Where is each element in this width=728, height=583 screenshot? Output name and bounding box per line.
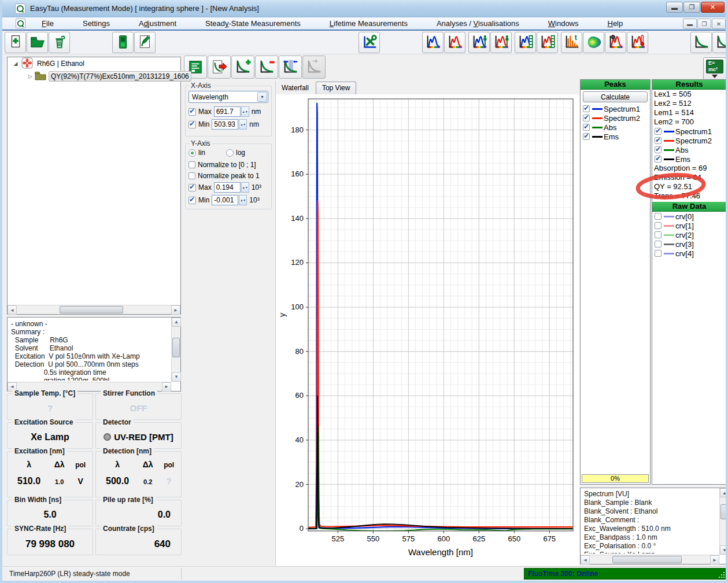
results-series-abs-checkbox[interactable] bbox=[655, 146, 662, 153]
spectrum-chart[interactable]: 5255505756006256506750204060801001201401… bbox=[276, 94, 579, 566]
expander-closed-icon[interactable]: ▷ bbox=[28, 73, 32, 79]
summary-vscroll-thumb[interactable] bbox=[172, 338, 180, 357]
peaks-series-spectrum2-checkbox[interactable] bbox=[583, 115, 590, 121]
scroll-right-icon[interactable]: ► bbox=[171, 305, 180, 315]
emission-spectrum-button[interactable] bbox=[444, 32, 465, 53]
x-min-input[interactable]: 503.93 bbox=[212, 119, 238, 130]
tree-root-label[interactable]: Rh6G | Ethanol bbox=[35, 59, 86, 68]
emission-kinetics-button[interactable] bbox=[537, 32, 558, 53]
summary-vscrollbar[interactable]: ▲ ▼ bbox=[171, 318, 180, 382]
open-file-button[interactable] bbox=[27, 32, 48, 53]
raw-curve-crv4-checkbox[interactable] bbox=[655, 250, 662, 257]
x-max-input[interactable]: 691.7 bbox=[214, 106, 241, 117]
mdi-restore-button[interactable]: ❐ bbox=[697, 19, 711, 29]
tcspc-histogram-button[interactable]: t bbox=[561, 32, 582, 53]
scroll-down-icon[interactable]: ▼ bbox=[720, 545, 728, 555]
scroll-right-icon[interactable]: ► bbox=[162, 382, 171, 392]
scroll-right-icon[interactable]: ► bbox=[710, 555, 719, 564]
export-curve-button[interactable] bbox=[208, 56, 231, 79]
mdi-close-button[interactable]: ✕ bbox=[712, 19, 726, 29]
y-min-checkbox[interactable] bbox=[189, 197, 196, 204]
chevron-down-icon[interactable]: ▼ bbox=[257, 92, 267, 102]
y-log-radio[interactable] bbox=[226, 149, 234, 157]
new-measurement-button[interactable] bbox=[5, 32, 26, 53]
y-min-input[interactable]: -0.001 bbox=[212, 195, 238, 205]
tab-top-view[interactable]: Top View bbox=[316, 82, 356, 94]
x-max-spinner[interactable]: ▲▼ bbox=[241, 106, 249, 117]
minimize-button[interactable]: ▬ bbox=[666, 2, 683, 13]
y-max-spinner[interactable]: ▲▼ bbox=[241, 182, 249, 193]
measurement-settings-button[interactable] bbox=[359, 32, 380, 53]
temperature-series-button[interactable] bbox=[627, 32, 648, 53]
equation-wizard-button[interactable]: E=mc² bbox=[703, 57, 726, 80]
pol-header: pol bbox=[160, 461, 178, 469]
raw-curve-crv0-checkbox[interactable] bbox=[655, 213, 662, 220]
zoom-range-button[interactable] bbox=[279, 56, 302, 79]
add-curve-button[interactable] bbox=[231, 56, 254, 79]
y-max-checkbox[interactable] bbox=[189, 184, 196, 191]
menu-item-help[interactable]: Help bbox=[600, 18, 631, 29]
info-hscroll-thumb[interactable] bbox=[612, 556, 682, 563]
tree-root-row[interactable]: ◢ Rh6G | Ethanol bbox=[8, 57, 180, 70]
raw-curve-crv2-checkbox[interactable] bbox=[655, 231, 662, 238]
calculate-button[interactable]: Calculate bbox=[583, 91, 648, 102]
normalize-peak-checkbox[interactable] bbox=[189, 172, 195, 179]
results-series-spectrum1-checkbox[interactable] bbox=[655, 128, 662, 135]
save-measurement-button[interactable] bbox=[112, 32, 134, 53]
contour-plot-icon bbox=[585, 34, 603, 51]
menu-item-lifetime-measurements[interactable]: Lifetime Measurements bbox=[321, 18, 416, 29]
menu-item-settings[interactable]: Settings bbox=[75, 18, 118, 29]
y-lin-radio[interactable] bbox=[189, 149, 196, 157]
results-series-ems-checkbox[interactable] bbox=[655, 156, 662, 163]
y-min-spinner[interactable]: ▲▼ bbox=[239, 195, 247, 205]
scroll-down-icon[interactable]: ▼ bbox=[172, 372, 181, 382]
x-axis-mode-select[interactable]: Wavelength ▼ bbox=[189, 91, 268, 103]
tree-child-label[interactable]: QY(92%)T(77%)Exc510nm_20131219_1606 bbox=[49, 71, 191, 82]
resize-grip[interactable] bbox=[718, 571, 725, 578]
expander-open-icon[interactable]: ◢ bbox=[12, 61, 19, 67]
tree-child-row[interactable]: ▷ QY(92%)T(77%)Exc510nm_20131219_1606 bbox=[8, 70, 180, 83]
subtract-curve-button[interactable] bbox=[255, 56, 278, 79]
x-max-checkbox[interactable] bbox=[189, 108, 196, 116]
peaks-series-spectrum1-checkbox[interactable] bbox=[583, 105, 590, 112]
edit-measurement-button[interactable] bbox=[134, 32, 156, 53]
excitation-spectrum-button[interactable] bbox=[422, 32, 444, 53]
info-vscroll-thumb[interactable] bbox=[720, 504, 728, 519]
menu-item-steady-state-measurements[interactable]: Steady-State Measurements bbox=[197, 18, 309, 29]
raw-curve-crv1-checkbox[interactable] bbox=[655, 222, 662, 229]
menu-item-file[interactable]: File bbox=[34, 18, 62, 29]
maximize-button[interactable]: ❐ bbox=[683, 2, 700, 13]
tree-hscroll-thumb[interactable] bbox=[60, 306, 123, 313]
results-series-spectrum2-checkbox[interactable] bbox=[655, 137, 662, 144]
normalize-range-checkbox[interactable] bbox=[189, 161, 195, 168]
scroll-left-icon[interactable]: ◄ bbox=[8, 305, 17, 315]
raw-curve-crv3-checkbox[interactable] bbox=[655, 241, 662, 248]
tree-hscrollbar[interactable]: ◄ ► bbox=[8, 305, 180, 314]
close-button[interactable]: ✕ bbox=[701, 2, 725, 13]
excitation-anisotropy-button[interactable] bbox=[468, 32, 490, 53]
mdi-minimize-button[interactable]: ▬ bbox=[683, 19, 697, 29]
menu-item-windows[interactable]: Windows bbox=[540, 18, 587, 29]
menu-item-adjustment[interactable]: Adjustment bbox=[131, 18, 184, 29]
tab-waterfall[interactable]: Waterfall bbox=[276, 82, 315, 94]
series-color-swatch bbox=[664, 131, 674, 132]
peaks-series-abs-checkbox[interactable] bbox=[583, 124, 590, 131]
titlebar[interactable]: EasyTau (Measurement Mode) [ integrating… bbox=[0, 0, 728, 17]
excitation-kinetics-button[interactable] bbox=[515, 32, 536, 53]
delete-measurement-button[interactable] bbox=[49, 32, 70, 53]
x-min-spinner[interactable]: ▲▼ bbox=[239, 119, 247, 130]
decay-anisotropy-button[interactable] bbox=[712, 32, 728, 53]
scroll-up-icon[interactable]: ▲ bbox=[720, 488, 728, 497]
info-hscrollbar[interactable]: ◄ ► bbox=[581, 555, 719, 564]
peaks-series-ems-checkbox[interactable] bbox=[583, 133, 590, 140]
emission-anisotropy-button[interactable] bbox=[490, 32, 512, 53]
decay-button[interactable] bbox=[690, 32, 712, 53]
menu-item-analyses-visualisations[interactable]: Analyses / Visualisations bbox=[428, 18, 527, 29]
scroll-up-icon[interactable]: ▲ bbox=[172, 318, 181, 327]
scroll-left-icon[interactable]: ◄ bbox=[581, 555, 590, 564]
info-vscrollbar[interactable]: ▲ ▼ bbox=[719, 488, 728, 555]
contour-plot-button[interactable] bbox=[583, 32, 604, 53]
quantum-yield-button[interactable]: ΦF bbox=[605, 32, 626, 53]
x-min-checkbox[interactable] bbox=[189, 121, 196, 128]
y-max-input[interactable]: 0.194 bbox=[214, 182, 241, 193]
